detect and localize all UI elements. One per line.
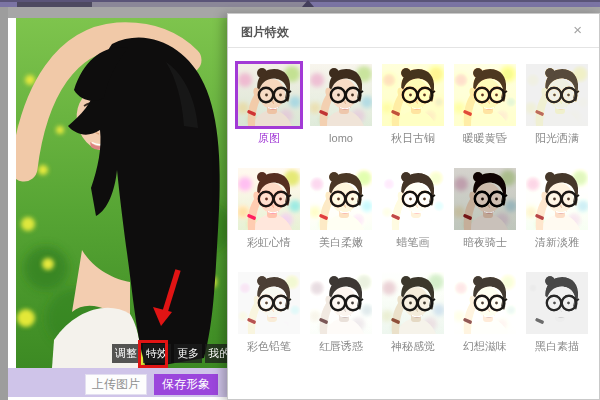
filter-tile[interactable]: 原图 bbox=[238, 64, 300, 145]
browser-top-bar bbox=[0, 0, 600, 7]
filter-tile[interactable]: lomo bbox=[310, 64, 372, 145]
filter-thumbnail bbox=[310, 272, 372, 334]
filter-tile[interactable]: 暖暖黄昏 bbox=[454, 64, 516, 145]
filter-label: 黑白素描 bbox=[526, 340, 588, 353]
filter-tile[interactable]: 蜡笔画 bbox=[382, 168, 444, 249]
effects-button[interactable]: 特效 bbox=[143, 344, 171, 363]
filter-thumbnail bbox=[382, 272, 444, 334]
filter-thumbnail bbox=[526, 168, 588, 230]
filter-tile[interactable]: 阳光洒满 bbox=[526, 64, 588, 145]
dialog-title: 图片特效 bbox=[241, 24, 289, 41]
filter-label: 原图 bbox=[238, 132, 300, 145]
filter-label: 蜡笔画 bbox=[382, 236, 444, 249]
filter-label: 幻想滋味 bbox=[454, 340, 516, 353]
app-window: 调整 特效 更多 我的 上传图片 保存形象 图片特效 × 原图 bbox=[0, 0, 600, 400]
filter-thumbnail bbox=[454, 168, 516, 230]
dialog-header: 图片特效 × bbox=[228, 14, 599, 48]
filter-thumbnail bbox=[238, 272, 300, 334]
filter-tile[interactable]: 彩虹心情 bbox=[238, 168, 300, 249]
avatar-photo bbox=[16, 18, 227, 368]
filter-thumbnail bbox=[238, 64, 300, 126]
filter-thumbnail bbox=[310, 168, 372, 230]
photo-toolbar: 调整 特效 更多 我的 bbox=[112, 344, 233, 363]
filter-tile[interactable]: 清新淡雅 bbox=[526, 168, 588, 249]
upload-image-button[interactable]: 上传图片 bbox=[85, 374, 147, 395]
filter-thumbnail bbox=[382, 64, 444, 126]
filter-thumbnail bbox=[526, 64, 588, 126]
filter-label: 神秘感觉 bbox=[382, 340, 444, 353]
more-button[interactable]: 更多 bbox=[174, 344, 202, 363]
filter-label: 阳光洒满 bbox=[526, 132, 588, 145]
filter-label: 秋日古铜 bbox=[382, 132, 444, 145]
filter-tile[interactable]: 美白柔嫩 bbox=[310, 168, 372, 249]
filter-label: 暖暖黄昏 bbox=[454, 132, 516, 145]
filter-label: 彩色铅笔 bbox=[238, 340, 300, 353]
filter-tile[interactable]: 暗夜骑士 bbox=[454, 168, 516, 249]
filter-thumbnail bbox=[310, 64, 372, 126]
save-avatar-button[interactable]: 保存形象 bbox=[154, 374, 218, 395]
filter-grid: 原图 lomo 秋日古铜 暖暖黄昏 阳光洒满 bbox=[238, 64, 599, 353]
adjust-button[interactable]: 调整 bbox=[112, 344, 140, 363]
page-gutter-left bbox=[0, 7, 8, 400]
filter-label: 清新淡雅 bbox=[526, 236, 588, 249]
bottom-action-bar: 上传图片 保存形象 bbox=[8, 368, 227, 397]
filter-thumbnail bbox=[238, 168, 300, 230]
filter-label: 红唇诱惑 bbox=[310, 340, 372, 353]
filter-tile[interactable]: 幻想滋味 bbox=[454, 272, 516, 353]
filter-tile[interactable]: 红唇诱惑 bbox=[310, 272, 372, 353]
filter-thumbnail bbox=[454, 272, 516, 334]
filter-label: 彩虹心情 bbox=[238, 236, 300, 249]
filter-thumbnail bbox=[526, 272, 588, 334]
filter-thumbnail bbox=[382, 168, 444, 230]
effects-dialog: 图片特效 × 原图 lomo 秋日古铜 bbox=[227, 13, 600, 400]
filter-tile[interactable]: 神秘感觉 bbox=[382, 272, 444, 353]
filter-thumbnail bbox=[454, 64, 516, 126]
filter-tile[interactable]: 黑白素描 bbox=[526, 272, 588, 353]
caret-up-icon bbox=[302, 0, 314, 7]
filter-tile[interactable]: 彩色铅笔 bbox=[238, 272, 300, 353]
filter-label: lomo bbox=[310, 132, 372, 145]
filter-label: 暗夜骑士 bbox=[454, 236, 516, 249]
filter-label: 美白柔嫩 bbox=[310, 236, 372, 249]
close-icon[interactable]: × bbox=[573, 22, 582, 37]
filter-tile[interactable]: 秋日古铜 bbox=[382, 64, 444, 145]
